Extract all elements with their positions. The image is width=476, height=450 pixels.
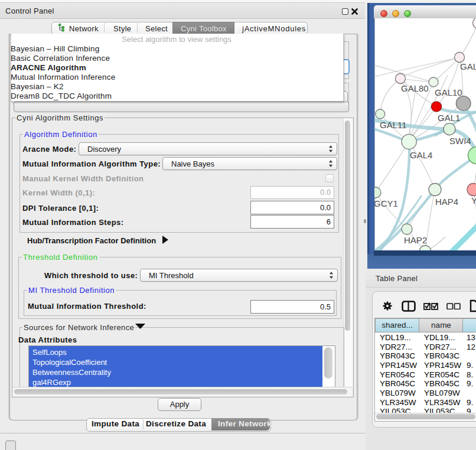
svg-text:Y: Y bbox=[471, 195, 476, 206]
svg-text:HAP4: HAP4 bbox=[435, 197, 458, 207]
svg-text:GAL4: GAL4 bbox=[410, 150, 432, 160]
svg-text:SWI4: SWI4 bbox=[449, 136, 471, 146]
svg-text:GAL1: GAL1 bbox=[438, 113, 460, 123]
svg-text:GAL: GAL bbox=[460, 61, 476, 71]
svg-text:GAL80: GAL80 bbox=[401, 83, 429, 93]
svg-text:GAL10: GAL10 bbox=[435, 87, 462, 97]
svg-text:GCY1: GCY1 bbox=[374, 198, 398, 208]
svg-text:HAP2: HAP2 bbox=[404, 235, 427, 245]
svg-text:GAL11: GAL11 bbox=[380, 120, 407, 130]
